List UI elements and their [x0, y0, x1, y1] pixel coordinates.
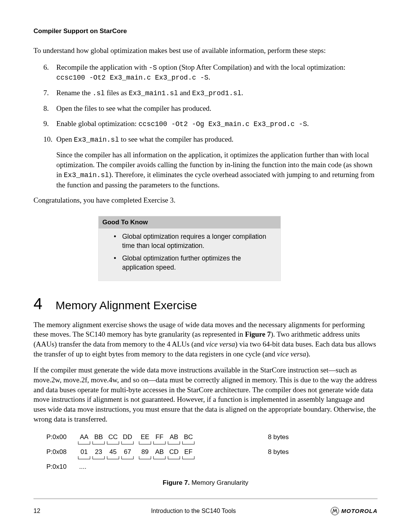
- text: Recompile the application with: [56, 63, 149, 71]
- memory-address: P:0x08: [46, 448, 77, 456]
- page-number: 12: [33, 508, 56, 514]
- memory-diagram: P:0x00 AA BB CC DD EE FF AB BC 8 bytes P…: [46, 433, 378, 471]
- section-title: Memory Alignment Exercise: [56, 299, 197, 312]
- paragraph: The memory alignment exercise shows the …: [33, 320, 378, 359]
- text: Open: [56, 135, 74, 143]
- step-7: 7. Rename the .sl files as Ex3_main1.sl …: [43, 88, 378, 98]
- paragraph: If the compiler must generate the wide d…: [33, 365, 378, 424]
- byte-box-icon: [121, 456, 134, 459]
- intro-text: To understand how global optimization ma…: [33, 46, 378, 56]
- text: .: [241, 89, 243, 97]
- italic-text: vice versa: [206, 340, 235, 348]
- step-6: 6. Recompile the application with -S opt…: [43, 62, 378, 83]
- text: Open the files to see what the compiler …: [56, 104, 378, 113]
- good-item-text: Global optimization further optimizes th…: [122, 254, 274, 272]
- memory-row: P:0x08 01 23 45 67 89 AB CD EF 8 bytes: [46, 448, 378, 459]
- step-9: 9. Enable global optimization: ccsc100 -…: [43, 119, 378, 129]
- step-num: 8.: [43, 104, 56, 113]
- byte-box-icon: [139, 456, 151, 459]
- text: to see what the compiler has produced.: [119, 135, 234, 143]
- congrats-text: Congratulations, you have completed Exer…: [33, 195, 378, 205]
- step-10: 10. Open Ex3_main.sl to see what the com…: [43, 134, 378, 145]
- figure-ref: Figure 7: [245, 330, 271, 338]
- byte-box-icon: [78, 456, 90, 459]
- byte-box-icon: [168, 456, 180, 459]
- bullet-icon: •: [114, 232, 122, 250]
- text: ).: [306, 350, 310, 358]
- motorola-icon: [331, 507, 339, 515]
- byte-box-icon: [92, 456, 105, 459]
- byte-box-icon: [182, 456, 194, 459]
- code: ccsc100 -Ot2 Ex3_main.c Ex3_prod.c -S: [56, 74, 209, 81]
- byte-box-icon: [168, 441, 180, 444]
- step-num: 7.: [43, 88, 56, 98]
- step-8: 8. Open the files to see what the compil…: [43, 104, 378, 113]
- good-item: • Global optimization requires a longer …: [114, 232, 274, 250]
- byte-value: AB: [152, 448, 167, 456]
- byte-value: AB: [167, 433, 181, 441]
- figure-label: Figure 7.: [163, 479, 190, 486]
- code: Ex3_main1.sl: [129, 89, 178, 97]
- step-num: 6.: [43, 62, 56, 83]
- footer-title: Introduction to the SC140 Tools: [56, 508, 331, 514]
- byte-value: BC: [181, 433, 196, 441]
- step-num: 9.: [43, 119, 56, 129]
- code: Ex3_prod1.sl: [192, 89, 242, 97]
- byte-value: 89: [138, 448, 152, 456]
- byte-value: BB: [91, 433, 106, 441]
- code: ccsc100 -Ot2 -Og Ex3_main.c Ex3_prod.c -…: [139, 120, 307, 128]
- good-item: • Global optimization further optimizes …: [114, 254, 274, 272]
- byte-box-icon: [78, 441, 90, 444]
- byte-value: CC: [106, 433, 120, 441]
- byte-box-icon: [182, 441, 194, 444]
- good-item-text: Global optimization requires a longer co…: [122, 232, 274, 250]
- ellipsis: ....: [79, 463, 86, 471]
- text: .: [307, 120, 309, 128]
- row-size-label: 8 bytes: [268, 448, 289, 456]
- bullet-icon: •: [114, 254, 122, 272]
- section-number: 4: [33, 295, 56, 313]
- memory-address: P:0x00: [46, 433, 77, 441]
- text: option (Stop After Compilation) and with…: [157, 63, 346, 71]
- brand-name: MOTOROLA: [341, 508, 378, 514]
- byte-box-icon: [139, 441, 151, 444]
- byte-value: 01: [77, 448, 91, 456]
- text: Enable global optimization:: [56, 120, 139, 128]
- step-list: 6. Recompile the application with -S opt…: [43, 62, 378, 145]
- code: -S: [149, 64, 157, 72]
- text: and: [178, 89, 192, 97]
- byte-box-icon: [107, 456, 119, 459]
- memory-row: P:0x00 AA BB CC DD EE FF AB BC 8 bytes: [46, 433, 378, 444]
- byte-value: FF: [152, 433, 167, 441]
- byte-value: 23: [91, 448, 106, 456]
- memory-address: P:0x10: [46, 463, 77, 471]
- byte-value: AA: [77, 433, 91, 441]
- memory-row: P:0x10 ....: [46, 463, 378, 471]
- page-footer: 12 Introduction to the SC140 Tools MOTOR…: [33, 507, 378, 515]
- byte-box-icon: [92, 441, 105, 444]
- byte-value: DD: [120, 433, 135, 441]
- code: Ex3_main.sl: [64, 171, 109, 179]
- good-to-know-box: Good To Know • Global optimization requi…: [98, 216, 281, 281]
- figure-caption: Figure 7. Memory Granularity: [33, 479, 378, 487]
- code: Ex3_main.sl: [74, 136, 119, 144]
- byte-value: CD: [167, 448, 181, 456]
- divider: [33, 498, 378, 499]
- page-header: Compiler Support on StarCore: [33, 27, 378, 35]
- since-paragraph: Since the compiler has all information o…: [56, 150, 378, 190]
- byte-box-icon: [153, 441, 166, 444]
- text: .: [209, 73, 210, 81]
- byte-box-icon: [121, 441, 134, 444]
- byte-value: EF: [181, 448, 196, 456]
- byte-value: 67: [120, 448, 135, 456]
- code: .sl: [92, 89, 105, 97]
- text: files as: [105, 89, 129, 97]
- byte-value: 45: [106, 448, 120, 456]
- section-heading: 4 Memory Alignment Exercise: [33, 295, 378, 313]
- good-to-know-title: Good To Know: [99, 216, 280, 228]
- row-size-label: 8 bytes: [268, 433, 289, 441]
- step-num: 10.: [43, 134, 56, 145]
- italic-text: vice versa: [277, 350, 306, 358]
- text: Rename the: [56, 89, 92, 97]
- byte-box-icon: [107, 441, 119, 444]
